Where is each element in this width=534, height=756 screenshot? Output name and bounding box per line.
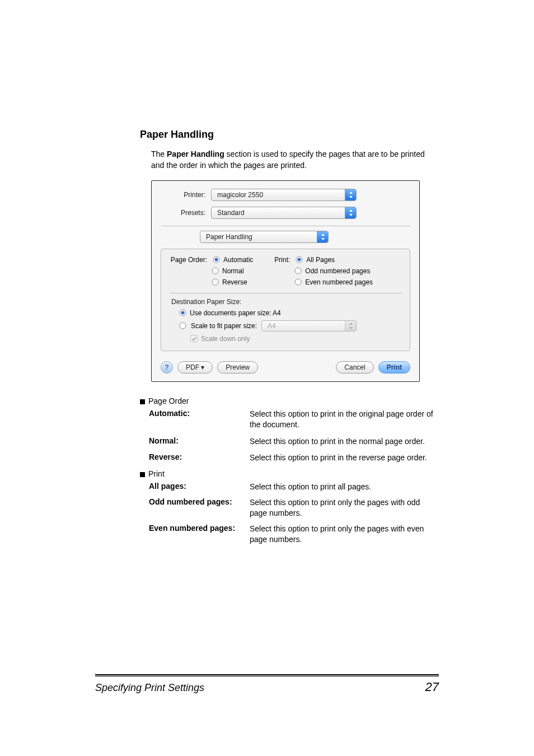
presets-select-value: Standard bbox=[212, 209, 345, 217]
def-term: Automatic: bbox=[149, 409, 245, 431]
chevron-updown-icon bbox=[317, 231, 328, 242]
radio-reverse-label: Reverse bbox=[222, 278, 247, 286]
svg-point-10 bbox=[180, 323, 186, 329]
print-label: Print: bbox=[273, 256, 292, 264]
list-heading-page-order: Page Order bbox=[148, 396, 189, 405]
printer-select[interactable]: magicolor 2550 bbox=[211, 189, 357, 201]
inner-panel: Page Order: Automatic Normal bbox=[161, 249, 410, 351]
print-definitions: All pages: Select this option to print a… bbox=[149, 482, 439, 545]
section-heading: Paper Handling bbox=[140, 129, 439, 141]
radio-all-pages[interactable] bbox=[296, 256, 303, 263]
intro-bold: Paper Handling bbox=[167, 150, 224, 158]
chevron-updown-icon bbox=[345, 321, 356, 331]
radio-use-doc-size[interactable] bbox=[179, 309, 186, 316]
def-desc: Select this option to print in the rever… bbox=[250, 452, 427, 464]
def-term: Normal: bbox=[149, 436, 245, 447]
def-desc: Select this option to print all pages. bbox=[250, 482, 371, 493]
bullet-icon bbox=[140, 399, 145, 404]
footer-page-number: 27 bbox=[425, 680, 439, 694]
divider bbox=[170, 293, 402, 293]
radio-scale-to-fit[interactable] bbox=[179, 322, 186, 329]
svg-point-1 bbox=[215, 258, 218, 262]
radio-odd-pages[interactable] bbox=[294, 267, 302, 274]
definition-row: Reverse: Select this option to print in … bbox=[149, 452, 439, 464]
def-term: Reverse: bbox=[149, 452, 245, 464]
svg-point-3 bbox=[212, 279, 218, 285]
intro-pre: The bbox=[151, 150, 167, 158]
cancel-button[interactable]: Cancel bbox=[336, 361, 373, 374]
svg-point-2 bbox=[212, 268, 218, 274]
radio-normal-label: Normal bbox=[222, 267, 244, 275]
def-term: Even numbered pages: bbox=[149, 524, 245, 545]
definition-row: Even numbered pages: Select this option … bbox=[149, 524, 439, 545]
preview-button[interactable]: Preview bbox=[217, 361, 258, 374]
def-desc: Select this option to print only the pag… bbox=[250, 497, 439, 519]
def-term: Odd numbered pages: bbox=[149, 497, 245, 519]
svg-rect-11 bbox=[191, 335, 198, 342]
chevron-updown-icon bbox=[345, 207, 356, 218]
bullet-icon bbox=[140, 472, 145, 477]
definition-row: Automatic: Select this option to print i… bbox=[149, 409, 439, 431]
radio-automatic[interactable] bbox=[213, 256, 220, 263]
printer-label: Printer: bbox=[161, 191, 211, 199]
print-button[interactable]: Print bbox=[378, 361, 410, 374]
radio-scale-to-fit-label: Scale to fit paper size: bbox=[191, 322, 257, 330]
page-order-label: Page Order: bbox=[170, 256, 209, 264]
definition-row: All pages: Select this option to print a… bbox=[149, 482, 439, 493]
page-footer: Specifying Print Settings 27 bbox=[95, 674, 439, 694]
pane-select-value: Paper Handling bbox=[200, 233, 317, 241]
radio-automatic-label: Automatic bbox=[223, 256, 253, 264]
svg-point-5 bbox=[298, 258, 301, 262]
footer-rule bbox=[95, 674, 439, 676]
definition-row: Normal: Select this option to print in t… bbox=[149, 436, 439, 447]
list-heading-print: Print bbox=[148, 469, 165, 478]
chevron-updown-icon bbox=[345, 189, 356, 200]
def-desc: Select this option to print in the origi… bbox=[250, 409, 439, 431]
presets-label: Presets: bbox=[161, 209, 211, 217]
destination-paper-size-label: Destination Paper Size: bbox=[170, 298, 402, 306]
printer-select-value: magicolor 2550 bbox=[212, 191, 345, 199]
def-desc: Select this option to print only the pag… bbox=[250, 524, 439, 545]
pane-select[interactable]: Paper Handling bbox=[200, 231, 329, 243]
svg-point-9 bbox=[181, 311, 185, 315]
dialog-button-row: ? PDF ▾ Preview Cancel Print bbox=[161, 361, 410, 374]
scale-paper-select: A4 bbox=[261, 320, 357, 332]
presets-select[interactable]: Standard bbox=[211, 207, 357, 219]
radio-even-pages[interactable] bbox=[294, 278, 302, 286]
section-intro: The Paper Handling section is used to sp… bbox=[140, 148, 439, 171]
radio-even-pages-label: Even numbered pages bbox=[305, 278, 373, 286]
definition-row: Odd numbered pages: Select this option t… bbox=[149, 497, 439, 519]
radio-odd-pages-label: Odd numbered pages bbox=[305, 267, 370, 275]
def-term: All pages: bbox=[149, 482, 245, 493]
scale-paper-value: A4 bbox=[262, 322, 345, 330]
checkbox-scale-down-only bbox=[190, 335, 198, 342]
radio-reverse[interactable] bbox=[212, 278, 219, 286]
page-order-definitions: Automatic: Select this option to print i… bbox=[149, 409, 439, 464]
radio-all-pages-label: All Pages bbox=[306, 256, 335, 264]
divider bbox=[161, 226, 410, 226]
help-button[interactable]: ? bbox=[161, 361, 173, 374]
print-dialog: Printer: magicolor 2550 Presets: Standar… bbox=[151, 180, 420, 382]
def-desc: Select this option to print in the norma… bbox=[250, 436, 425, 447]
pdf-menu-button[interactable]: PDF ▾ bbox=[177, 361, 213, 374]
radio-normal[interactable] bbox=[212, 267, 219, 274]
footer-title: Specifying Print Settings bbox=[95, 682, 204, 694]
radio-use-doc-size-label: Use documents paper size: A4 bbox=[190, 309, 281, 317]
checkbox-scale-down-only-label: Scale down only bbox=[201, 335, 250, 343]
svg-point-7 bbox=[295, 279, 301, 285]
svg-point-6 bbox=[295, 268, 301, 274]
